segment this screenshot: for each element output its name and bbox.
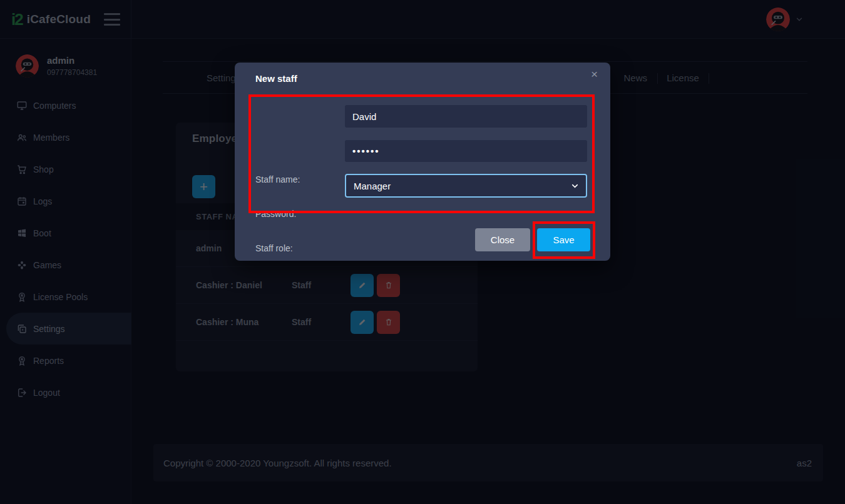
save-button[interactable]: Save (537, 228, 590, 251)
icafecloud-app: i2 iCafeCloud (0, 0, 845, 504)
staff-name-label: Staff name: (255, 174, 300, 184)
selected-role: Manager (354, 181, 391, 191)
close-icon[interactable]: × (591, 68, 598, 81)
password-label: Password: (255, 209, 296, 219)
close-button[interactable]: Close (475, 228, 530, 251)
staff-name-input[interactable] (345, 105, 587, 128)
staff-role-select[interactable]: Manager (345, 174, 587, 198)
modal-title: New staff (255, 73, 297, 84)
password-input[interactable] (345, 140, 587, 162)
staff-role-label: Staff role: (255, 243, 293, 253)
chevron-down-icon (570, 181, 580, 191)
new-staff-modal: New staff × Staff name: Password: Staff … (235, 63, 610, 261)
